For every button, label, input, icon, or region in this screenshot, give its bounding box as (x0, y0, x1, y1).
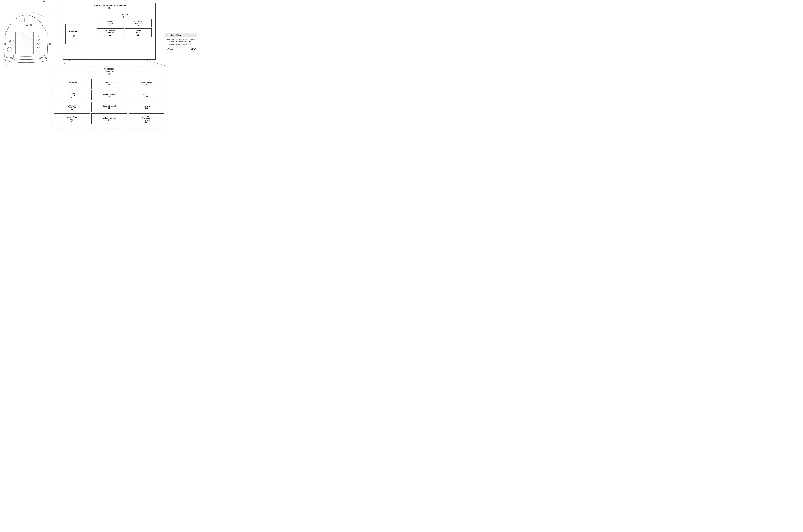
svg-line-8 (31, 32, 34, 39)
svg-line-3 (19, 32, 34, 52)
processor-box: Processor 62 (66, 24, 82, 44)
ref-24-label: 24 (9, 41, 11, 43)
app-cell-help: Help Utility102 (129, 102, 164, 112)
svg-point-9 (37, 36, 40, 40)
svg-rect-1 (15, 32, 34, 54)
svg-line-22 (13, 59, 17, 60)
ref-36-label: 36 (26, 24, 28, 26)
ref-52-label: 52 (5, 64, 7, 66)
popup-footer: ◁ Cancel ? MoreHelp (165, 46, 197, 52)
app-cell-delete: Delete Page(s)94 (91, 113, 127, 125)
app-cell-menu: Menu/NavigationInterface104 (129, 113, 164, 125)
app-block: ApplicationSoftware 70 Initialization76 … (51, 66, 167, 129)
mem-cell-image: ImageData74 (125, 28, 152, 37)
help-button[interactable]: ? MoreHelp (191, 47, 196, 51)
app-cell-thumbnail: ThumbnailPage View82 (54, 102, 90, 112)
svg-line-21 (33, 13, 44, 17)
svg-line-2 (16, 33, 33, 53)
svg-text:?: ? (20, 20, 21, 21)
svg-line-23 (60, 60, 71, 66)
ref-28-label: 28 (49, 43, 51, 45)
popup-header: ⇒⊸ Speed Error (165, 33, 197, 37)
svg-point-11 (37, 45, 40, 48)
ref-38-label: 38 (30, 24, 32, 26)
svg-point-12 (37, 49, 40, 52)
svg-point-0 (5, 57, 48, 62)
mem-cell-io: I/O DeviceDrivers72 (125, 19, 152, 27)
capture-block: Capture/Communication Appliance 22 Proce… (63, 3, 156, 60)
app-cell-zoom: Zoom PageView84 (54, 113, 90, 125)
ref-32-label: 32 (43, 0, 45, 2)
app-cell-error: Error Utility98 (129, 90, 164, 100)
memory-block: Memory 64 OperatingSystem68 I/O DeviceDr… (95, 12, 153, 56)
app-grid: Initialization76 Rotate Page86 Send Page… (52, 76, 167, 126)
app-block-title: ApplicationSoftware 70 (52, 68, 167, 75)
svg-point-19 (20, 19, 22, 22)
cancel-button[interactable]: ◁ Cancel (167, 48, 174, 50)
speed-icon: ⇒⊸ (167, 34, 170, 36)
svg-line-5 (24, 32, 34, 46)
svg-line-7 (29, 32, 34, 42)
app-cell-attach: Attach Page(s)88 (91, 90, 127, 100)
svg-line-6 (26, 32, 34, 44)
mem-cell-app: ApplicationSoftware70 (97, 28, 124, 37)
svg-point-14 (7, 47, 12, 52)
memory-title: Memory 64 (97, 14, 152, 18)
app-cell-capture: CapturePage(s)78 (54, 90, 90, 100)
help-icon: ? (191, 48, 192, 50)
diagram-container: ? 66 22 52 24 26 28 32 34 36 38 42 44 46… (0, 0, 201, 133)
capture-block-title: Capture/Communication Appliance 22 (63, 4, 156, 9)
ref-34-label: 34 (43, 54, 45, 56)
cancel-icon: ◁ (167, 48, 168, 50)
memory-grid: OperatingSystem68 I/O DeviceDrivers72 Ap… (97, 19, 152, 37)
svg-point-10 (37, 40, 40, 44)
svg-line-24 (144, 60, 167, 66)
ref-44-label: 44 (7, 55, 8, 57)
ref-42-label: 42 (4, 43, 6, 45)
app-cell-rotate: Rotate Page86 (91, 79, 127, 89)
help-label: MoreHelp (192, 47, 196, 51)
app-cell-detach: Detach Page(s)92 (91, 102, 127, 112)
ref-46-label: 46 (3, 49, 5, 51)
app-cell-initialization: Initialization76 (54, 79, 90, 89)
popup-title: Speed Error (170, 34, 181, 36)
cancel-label: Cancel (168, 48, 174, 50)
ref-26-label: 26 (47, 32, 48, 34)
app-cell-send: Send Page(s)96 (129, 79, 164, 89)
speed-error-popup: ⇒⊸ Speed Error Appliance can move at a s… (165, 33, 197, 52)
popup-body: Appliance can move at a speed up to 18 i… (165, 37, 197, 46)
mem-cell-os: OperatingSystem68 (97, 19, 124, 27)
ref-48-label: 48 (12, 55, 14, 57)
svg-line-4 (21, 32, 34, 49)
ref-22-label: 22 (48, 10, 50, 12)
